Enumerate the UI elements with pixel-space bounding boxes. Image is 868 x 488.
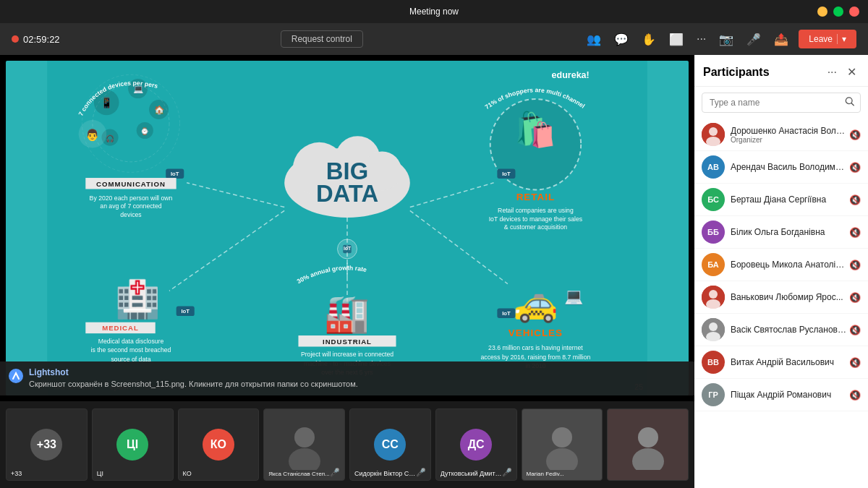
participant-item[interactable]: ГР Піщак Андрій Романович 🔇 — [694, 379, 868, 411]
avatar: ЦІ — [116, 429, 148, 461]
svg-text:COMMUNICATION: COMMUNICATION — [96, 180, 166, 188]
avatar — [702, 318, 725, 341]
svg-text:access by 2016, raising from 8: access by 2016, raising from 8.7 million — [481, 354, 591, 361]
toolbar-right: 👥 💬 ✋ ⬜ ··· 📷 🎤 📤 Leave ▾ — [584, 30, 856, 49]
mic-icon: 🔇 — [849, 194, 861, 205]
svg-text:💻: 💻 — [564, 287, 584, 306]
participant-item[interactable]: ВВ Витак Андрій Васильович 🔇 — [694, 346, 868, 379]
mic-icon: 🔇 — [849, 162, 861, 173]
mic-icon[interactable]: 🎤 — [744, 30, 764, 49]
mic-status-icon: 🎤 — [330, 468, 340, 477]
avatar: СС — [374, 429, 406, 461]
participant-name: Білик Ольга Богданівна — [731, 227, 846, 237]
share-icon[interactable]: 📤 — [771, 30, 791, 49]
participant-item[interactable]: Дорошенко Анастасія Волод... Organizer 🔇 — [694, 119, 868, 151]
toast-notification[interactable]: Lightshot Скриншот сохранён в Screenshot… — [0, 361, 694, 395]
mic-status-icon: 🎤 — [502, 468, 512, 477]
participant-info: Ванькович Любомир Ярос... — [731, 292, 846, 302]
search-icon — [845, 97, 855, 109]
title-bar: Meeting now — □ ✕ — [0, 0, 868, 23]
avatar: ББ — [702, 221, 725, 244]
video-strip: +33 +33 ЦІ ЦІ КО КО Якса Станіслав Степ.… — [0, 401, 694, 488]
avatar: ВВ — [702, 351, 725, 374]
slide-svg: 📱 💻 🏠 ⌚ 🎧 👨 IoT COMMUNICATION By 2020 ea… — [6, 61, 689, 395]
video-thumbnail[interactable]: КО КО — [178, 408, 260, 481]
share-tray-icon[interactable]: ⬜ — [666, 30, 686, 49]
participant-item[interactable]: БС Берташ Діана Сергіївна 🔇 — [694, 184, 868, 216]
svg-text:🚕: 🚕 — [513, 281, 558, 325]
svg-text:🛍️: 🛍️ — [514, 110, 556, 150]
svg-text:👨: 👨 — [85, 128, 100, 142]
participants-icon[interactable]: 👥 — [584, 30, 604, 49]
avatar — [702, 286, 725, 309]
minimize-button[interactable]: — — [817, 7, 827, 17]
participant-name: Витак Андрій Васильович — [731, 357, 846, 367]
mic-icon: 🔇 — [849, 357, 861, 368]
svg-text:Project will increase in conne: Project will increase in connected — [301, 351, 393, 358]
participant-item[interactable]: Ванькович Любомир Ярос... 🔇 — [694, 281, 868, 314]
chat-icon[interactable]: 💬 — [611, 30, 631, 49]
mic-icon: 🔇 — [849, 260, 861, 270]
svg-text:devices: devices — [120, 211, 142, 218]
close-participants-icon[interactable]: ✕ — [844, 64, 859, 80]
video-thumbnail[interactable]: ЦІ ЦІ — [92, 408, 174, 481]
person-video — [533, 419, 591, 470]
close-button[interactable]: ✕ — [849, 7, 859, 17]
mic-icon: 🔇 — [849, 325, 861, 335]
participant-name: Піщак Андрій Романович — [731, 390, 846, 400]
svg-text:IoT: IoT — [502, 310, 511, 317]
participant-list: Дорошенко Анастасія Волод... Organizer 🔇… — [694, 119, 868, 488]
raise-hand-icon[interactable]: ✋ — [639, 30, 659, 49]
svg-text:RETAIL: RETAIL — [516, 192, 556, 202]
svg-point-84 — [709, 322, 718, 331]
svg-text:an avg of 7 connected: an avg of 7 connected — [100, 202, 162, 210]
window-controls: — □ ✕ — [817, 7, 859, 17]
video-thumbnail[interactable]: Якса Станіслав Степ... 🎤 — [263, 408, 345, 481]
participant-info: Васік Святослав Русланович — [731, 325, 846, 335]
more-participants-icon[interactable]: ··· — [825, 64, 840, 80]
title-bar-title: Meeting now — [409, 7, 459, 17]
video-thumbnail[interactable] — [607, 408, 689, 481]
avatar: ДС — [460, 429, 492, 461]
participant-name: Боровець Микола Анатолій... — [731, 260, 846, 270]
video-thumbnail[interactable]: Marian Fediv... — [522, 408, 603, 481]
svg-point-86 — [9, 369, 23, 383]
request-control-button[interactable]: Request control — [281, 30, 363, 48]
thumb-label: Якса Станіслав Степ... — [268, 471, 329, 477]
video-thumbnail[interactable]: СС Сидоркін Віктор Серг... 🎤 — [349, 408, 431, 481]
maximize-button[interactable]: □ — [833, 7, 843, 17]
more-options-icon[interactable]: ··· — [694, 30, 709, 48]
svg-text:🏭: 🏭 — [325, 292, 370, 335]
toolbar-left: 02:59:22 — [12, 34, 60, 45]
leave-button[interactable]: Leave ▾ — [799, 30, 856, 48]
participant-item[interactable]: ББ Білик Ольга Богданівна 🔇 — [694, 216, 868, 249]
svg-text:🏥: 🏥 — [115, 278, 161, 321]
participant-item[interactable]: Васік Святослав Русланович 🔇 — [694, 314, 868, 346]
svg-text:📱: 📱 — [101, 97, 113, 109]
svg-text:Retail companies are using: Retail companies are using — [498, 207, 574, 214]
participant-info: Арендач Василь Володимир... — [731, 162, 846, 172]
svg-text:23.6 million cars is having in: 23.6 million cars is having internet — [488, 344, 583, 351]
video-thumbnail[interactable]: +33 +33 — [6, 408, 88, 481]
svg-text:is the second most breached: is the second most breached — [91, 346, 171, 354]
thumb-label: КО — [183, 470, 192, 477]
participant-info: Піщак Андрій Романович — [731, 390, 846, 400]
participants-panel: Participants ··· ✕ Доро — [694, 55, 868, 488]
camera-icon[interactable]: 📷 — [716, 30, 736, 49]
leave-label: Leave — [809, 34, 833, 44]
mic-icon: 🔇 — [849, 390, 861, 401]
participant-info: Білик Ольга Богданівна — [731, 227, 846, 237]
lightshot-icon — [9, 369, 23, 387]
svg-text:VEHICLES: VEHICLES — [509, 328, 563, 338]
recording-indicator — [12, 35, 19, 43]
meeting-timer: 02:59:22 — [23, 34, 60, 45]
panel-header-icons: ··· ✕ — [825, 64, 859, 80]
mic-status-icon: 🎤 — [416, 468, 426, 477]
participant-item[interactable]: АВ Арендач Василь Володимир... 🔇 — [694, 151, 868, 184]
panel-title: Participants — [703, 66, 770, 79]
svg-text:Medical data disclosure: Medical data disclosure — [98, 338, 164, 345]
participant-item[interactable]: БА Боровець Микола Анатолій... 🔇 — [694, 249, 868, 281]
participant-info: Дорошенко Анастасія Волод... Organizer — [731, 126, 846, 144]
video-thumbnail[interactable]: ДС Дутковський Дмитро... 🎤 — [435, 408, 517, 481]
search-input[interactable] — [702, 93, 861, 113]
